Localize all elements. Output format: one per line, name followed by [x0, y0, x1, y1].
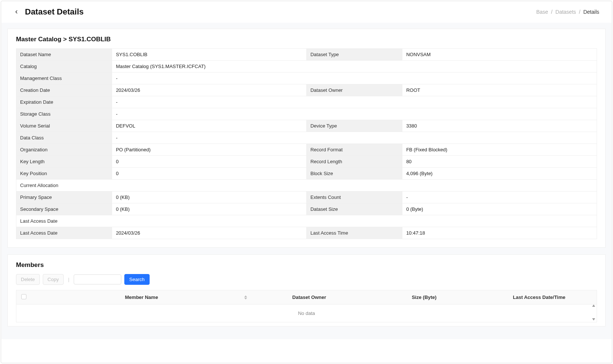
label-primary-space: Primary Space	[16, 191, 112, 203]
value-organization: PO (Partitioned)	[112, 144, 307, 156]
members-panel: Members Delete Copy | Search	[7, 254, 606, 326]
value-dataset-size: 0 (Byte)	[402, 203, 597, 215]
label-dataset-name: Dataset Name	[16, 49, 112, 61]
label-dataset-type: Dataset Type	[306, 49, 402, 61]
members-table-wrap: Member Name Dataset Owner Size (Byte) La…	[16, 290, 597, 322]
label-secondary-space: Secondary Space	[16, 203, 112, 215]
value-last-access-time: 10:47:18	[402, 227, 597, 239]
value-expiration-date: -	[112, 96, 597, 108]
label-last-access-date: Last Access Date	[16, 227, 112, 239]
label-storage-class: Storage Class	[16, 108, 112, 120]
value-key-position: 0	[112, 168, 307, 180]
search-button[interactable]: Search	[124, 274, 149, 285]
table-scrollbar[interactable]	[591, 304, 596, 321]
label-device-type: Device Type	[306, 120, 402, 132]
delete-button[interactable]: Delete	[16, 274, 40, 285]
svg-marker-1	[244, 297, 247, 299]
members-table: Member Name Dataset Owner Size (Byte) La…	[16, 290, 597, 322]
label-expiration-date: Expiration Date	[16, 96, 112, 108]
no-data-row: No data	[16, 305, 597, 322]
value-dataset-name: SYS1.COBLIB	[112, 49, 307, 61]
value-block-size: 4,096 (Byte)	[402, 168, 597, 180]
value-extents-count: -	[402, 191, 597, 203]
value-last-access-date: 2024/03/26	[112, 227, 307, 239]
column-dataset-owner[interactable]: Dataset Owner	[252, 290, 367, 305]
column-member-name[interactable]: Member Name	[31, 290, 252, 305]
label-block-size: Block Size	[306, 168, 402, 180]
value-storage-class: -	[112, 108, 597, 120]
label-dataset-size: Dataset Size	[306, 203, 402, 215]
value-primary-space: 0 (KB)	[112, 191, 307, 203]
scroll-up-icon[interactable]	[592, 305, 595, 307]
page-title: Dataset Details	[25, 7, 84, 17]
value-device-type: 3380	[402, 120, 597, 132]
column-member-name-label: Member Name	[125, 294, 158, 300]
label-volume-serial: Volume Serial	[16, 120, 112, 132]
value-volume-serial: DEFVOL	[112, 120, 307, 132]
label-key-position: Key Position	[16, 168, 112, 180]
breadcrumb-details: Details	[583, 9, 599, 15]
detail-table: Dataset Name SYS1.COBLIB Dataset Type NO…	[16, 48, 597, 239]
toolbar-separator: |	[68, 277, 69, 282]
label-management-class: Management Class	[16, 73, 112, 84]
scroll-down-icon[interactable]	[592, 318, 595, 320]
label-dataset-owner: Dataset Owner	[306, 84, 402, 96]
label-record-length: Record Length	[306, 156, 402, 168]
svg-marker-2	[592, 305, 595, 307]
label-catalog: Catalog	[16, 61, 112, 73]
value-secondary-space: 0 (KB)	[112, 203, 307, 215]
section-last-access: Last Access Date	[16, 215, 597, 227]
value-record-length: 80	[402, 156, 597, 168]
panel-title: Master Catalog > SYS1.COBLIB	[16, 36, 597, 43]
select-all-checkbox[interactable]	[21, 294, 26, 299]
section-current-allocation: Current Allocation	[16, 180, 597, 191]
value-data-class: -	[112, 132, 597, 144]
label-key-length: Key Length	[16, 156, 112, 168]
label-record-format: Record Format	[306, 144, 402, 156]
header-bar: Dataset Details Base / Datasets / Detail…	[1, 1, 612, 23]
value-management-class: -	[112, 73, 597, 84]
value-key-length: 0	[112, 156, 307, 168]
svg-marker-3	[592, 318, 595, 320]
label-organization: Organization	[16, 144, 112, 156]
sort-icon[interactable]	[244, 295, 247, 299]
details-panel: Master Catalog > SYS1.COBLIB Dataset Nam…	[7, 29, 606, 248]
label-creation-date: Creation Date	[16, 84, 112, 96]
copy-button[interactable]: Copy	[43, 274, 64, 285]
breadcrumb-base[interactable]: Base	[536, 9, 548, 15]
column-checkbox	[16, 290, 31, 305]
column-size[interactable]: Size (Byte)	[367, 290, 482, 305]
search-input[interactable]	[74, 274, 121, 284]
value-record-format: FB (Fixed Blocked)	[402, 144, 597, 156]
chevron-left-icon	[14, 9, 19, 15]
members-toolbar: Delete Copy | Search	[16, 274, 597, 285]
column-last-access[interactable]: Last Access Date/Time	[482, 290, 597, 305]
back-button[interactable]	[14, 9, 19, 15]
value-creation-date: 2024/03/26	[112, 84, 307, 96]
label-extents-count: Extents Count	[306, 191, 402, 203]
breadcrumb-separator: /	[579, 9, 580, 15]
value-dataset-type: NONVSAM	[402, 49, 597, 61]
value-dataset-owner: ROOT	[402, 84, 597, 96]
members-title: Members	[16, 261, 597, 269]
label-last-access-time: Last Access Time	[306, 227, 402, 239]
breadcrumb-separator: /	[551, 9, 553, 15]
label-data-class: Data Class	[16, 132, 112, 144]
breadcrumb: Base / Datasets / Details	[536, 9, 599, 15]
svg-marker-0	[244, 295, 247, 297]
value-catalog: Master Catalog (SYS1.MASTER.ICFCAT)	[112, 61, 597, 73]
breadcrumb-datasets[interactable]: Datasets	[555, 9, 576, 15]
